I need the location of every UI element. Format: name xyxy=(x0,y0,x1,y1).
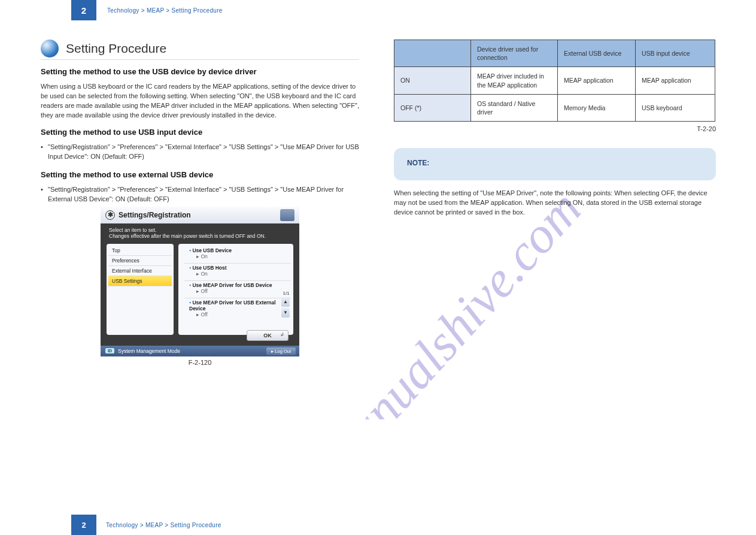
sidebar-item-external-interface[interactable]: External Interface xyxy=(108,266,172,276)
paragraph-driver-method: When using a USB keyboard or the IC card… xyxy=(41,82,359,120)
note-paragraph: When selecting the setting of "Use MEAP … xyxy=(394,189,716,217)
subhead-usb-input: Setting the method to use USB input devi… xyxy=(41,128,359,137)
cell-on-input: MEAP application xyxy=(636,67,715,94)
left-column: Setting the method to use the USB device… xyxy=(41,67,359,366)
cell-on: ON xyxy=(394,67,471,94)
usb-setting-meap-external[interactable]: Use MEAP Driver for USB External Device … xyxy=(184,298,291,321)
gear-icon: ✱ xyxy=(105,210,115,220)
cell-off: OFF (*) xyxy=(394,94,471,121)
usb-label: Use MEAP Driver for USB External Device xyxy=(189,300,291,312)
usb-setting-use-host[interactable]: Use USB Host ▸ On xyxy=(184,264,291,281)
usb-label: Use USB Host xyxy=(189,265,291,271)
sr-prompt-2: Changes effective after the main power s… xyxy=(109,233,291,239)
usb-setting-meap-device[interactable]: Use MEAP Driver for USB Device ▸ Off xyxy=(184,281,291,298)
subhead-driver-method: Setting the method to use the USB device… xyxy=(41,67,359,76)
sr-statusbar: ID System Management Mode ▸ Log Out xyxy=(101,346,299,356)
section-title: Setting Procedure xyxy=(66,41,166,56)
sr-pager: 1/1 ▲ ▼ xyxy=(281,291,291,318)
right-column: Device driver used for connection Extern… xyxy=(394,40,716,225)
bullet-dot-icon: • xyxy=(41,185,48,204)
table-row: OFF (*) OS standard / Native driver Memo… xyxy=(394,94,715,121)
footer-page-box: 2 xyxy=(71,515,96,535)
cell-off-driver: OS standard / Native driver xyxy=(471,94,558,121)
chapter-row: 2 Technology > MEAP > Setting Procedure xyxy=(71,0,223,20)
chapter-breadcrumb: Technology > MEAP > Setting Procedure xyxy=(107,7,223,14)
sr-title: Settings/Registration xyxy=(119,211,191,219)
settings-screenshot: ✱ Settings/Registration Select an item t… xyxy=(101,207,299,356)
cell-off-ext: Memory Media xyxy=(558,94,636,121)
th-ext: External USB device xyxy=(558,40,636,67)
footer-row: 2 Technology > MEAP > Setting Procedure xyxy=(71,515,221,535)
page-up-icon[interactable]: ▲ xyxy=(281,297,290,307)
sr-prompt-1: Select an item to set. xyxy=(109,227,291,233)
usb-value: ▸ On xyxy=(189,253,291,259)
table-row: ON MEAP driver included in the MEAP appl… xyxy=(394,67,715,94)
sr-mainpane: Use USB Device ▸ On Use USB Host ▸ On Us… xyxy=(178,244,293,335)
usb-value: ▸ Off xyxy=(189,312,291,318)
sidebar-item-usb-settings[interactable]: USB Settings xyxy=(108,276,172,286)
section-underline xyxy=(41,59,359,60)
usb-label: Use USB Device xyxy=(189,247,291,253)
subhead-ext-usb: Setting the method to use external USB d… xyxy=(41,170,359,179)
cell-off-input: USB keyboard xyxy=(636,94,715,121)
usb-setting-use-device[interactable]: Use USB Device ▸ On xyxy=(184,246,291,264)
th-driver: Device driver used for connection xyxy=(471,40,558,67)
page-down-icon[interactable]: ▼ xyxy=(281,308,290,318)
bullet-usb-input: • "Setting/Registration" > "Preferences"… xyxy=(41,143,359,162)
chapter-number-box: 2 xyxy=(71,0,96,20)
bullet-usb-input-text: "Setting/Registration" > "Preferences" >… xyxy=(48,143,359,162)
usb-value: ▸ On xyxy=(189,271,291,277)
usb-label: Use MEAP Driver for USB Device xyxy=(189,282,291,288)
sr-prompt: Select an item to set. Changes effective… xyxy=(101,223,299,244)
table-caption: T-2-20 xyxy=(394,125,716,132)
logout-button[interactable]: ▸ Log Out xyxy=(266,347,296,355)
sidebar-item-top[interactable]: Top xyxy=(108,246,172,256)
footer-breadcrumb: Technology > MEAP > Setting Procedure xyxy=(106,522,221,528)
bullet-ext-usb: • "Setting/Registration" > "Preferences"… xyxy=(41,185,359,204)
sphere-bullet-icon xyxy=(41,40,59,58)
sr-status-text: System Management Mode xyxy=(118,348,180,354)
ok-button[interactable]: OK xyxy=(247,330,289,341)
cube-icon[interactable] xyxy=(280,209,294,221)
bullet-dot-icon: • xyxy=(41,143,48,162)
sidebar-item-preferences[interactable]: Preferences xyxy=(108,256,172,266)
driver-table: Device driver used for connection Extern… xyxy=(394,40,715,122)
th-blank xyxy=(394,40,471,67)
usb-value: ▸ Off xyxy=(189,288,291,294)
id-badge-icon: ID xyxy=(105,348,114,353)
section-heading: Setting Procedure xyxy=(41,40,166,58)
sr-titlebar: ✱ Settings/Registration xyxy=(101,207,299,223)
cell-on-ext: MEAP application xyxy=(558,67,636,94)
note-box: NOTE: xyxy=(394,148,716,180)
bullet-ext-usb-text: "Setting/Registration" > "Preferences" >… xyxy=(48,185,359,204)
th-input: USB input device xyxy=(636,40,715,67)
note-title: NOTE: xyxy=(407,159,703,167)
figure-caption: F-2-120 xyxy=(101,359,299,366)
sr-page-count: 1/1 xyxy=(281,291,291,296)
sr-sidebar: Top Preferences External Interface USB S… xyxy=(107,244,174,335)
cell-on-driver: MEAP driver included in the MEAP applica… xyxy=(471,67,558,94)
